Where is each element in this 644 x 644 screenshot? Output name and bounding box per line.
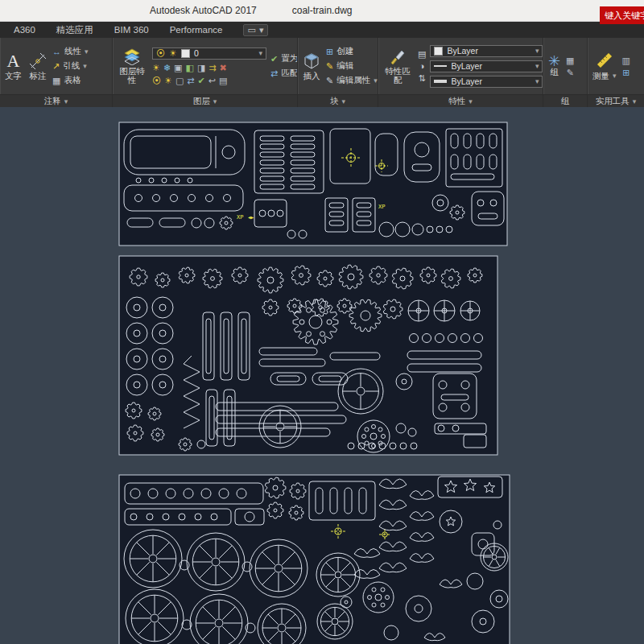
cad-drawing[interactable]: XP◀▶XP [0, 107, 644, 644]
layer-off-icon[interactable]: ☀ [152, 63, 160, 72]
tab-featured-apps[interactable]: 精选应用 [46, 22, 104, 38]
lineweight-dropdown[interactable]: ByLayer ▾ [430, 76, 543, 88]
layer-thaw-icon[interactable]: ☀ [164, 76, 172, 85]
layer-states-icon[interactable]: ▤ [219, 76, 227, 85]
layer-unlock-icon[interactable]: ▢ [175, 76, 184, 85]
layer-tools-row-2: ⦿☀▢⇄✔↩▤ [152, 76, 266, 85]
current-layer-name: 0 [194, 48, 199, 58]
layer-merge-icon[interactable]: ⇉ [208, 63, 216, 72]
panel-label-text: 块 [330, 96, 339, 107]
layer-delete-icon[interactable]: ✖ [220, 63, 227, 72]
edit-block-label: 编辑 [336, 60, 353, 72]
ribbon-display-toggle[interactable]: ▭ ▾ [243, 24, 269, 36]
list-props-icon[interactable]: ⇅ [419, 73, 426, 83]
caret-down-icon: ▾ [535, 61, 539, 71]
create-block-button[interactable]: ⊞ 创建 [326, 46, 378, 57]
tab-bim360[interactable]: BIM 360 [104, 22, 159, 38]
layer-unisolate-icon[interactable]: ◨ [197, 63, 205, 72]
match-properties-label: 特性匹配 [383, 67, 412, 85]
panel-label-layers[interactable]: 图层 ▾ [113, 94, 297, 107]
search-placeholder: 键入关键字或短语 [605, 10, 644, 22]
doc-name: coal-train.dwg [292, 5, 353, 16]
tab-a360[interactable]: A360 [3, 22, 46, 38]
layer-on-icon[interactable]: ⦿ [152, 76, 161, 85]
panel-label-utilities[interactable]: 实用工具 ▾ [588, 94, 644, 107]
panel-label-text: 实用工具 [596, 96, 630, 107]
edit-attributes-button[interactable]: ✎ 编辑属性 ▾ [326, 75, 378, 86]
layer-properties-button[interactable]: 图层特性 [116, 47, 148, 85]
layer-walk-icon[interactable]: ⇄ [187, 76, 194, 85]
edit-attributes-label: 编辑属性 [336, 75, 370, 86]
match-properties-button[interactable]: 特性匹配 [382, 47, 414, 85]
search-box[interactable]: 键入关键字或短语 [600, 6, 644, 24]
panel-label-group[interactable]: 组 [543, 94, 587, 107]
panel-label-text: 图层 [193, 96, 210, 107]
caret-down-icon: ▾ [83, 61, 87, 71]
group-button[interactable]: ✳ 组 [547, 56, 562, 77]
panel-layers: 图层特性 ⦿ ☀ 0 ▾ ☀❄▣◧◨⇉✖ ⦿☀▢⇄✔↩▤ ✔ 置为当前 [113, 38, 298, 107]
table-icon: ▦ [52, 76, 60, 85]
svg-text:XP: XP [237, 214, 243, 221]
match-layer-label: 匹配图层 [281, 68, 297, 79]
table-button[interactable]: ▦ 表格 [52, 75, 89, 86]
group-edit-icon[interactable]: ✎ [567, 68, 574, 77]
text-tool-button[interactable]: A 文字 [3, 52, 23, 81]
edit-block-icon: ✎ [326, 61, 333, 71]
edit-attributes-icon: ✎ [326, 76, 333, 85]
object-color-icon[interactable]: ▤ [418, 49, 426, 59]
panel-label-block[interactable]: 块 ▾ [298, 94, 378, 107]
edit-block-button[interactable]: ✎ 编辑 [326, 60, 378, 72]
table-label: 表格 [64, 75, 80, 86]
caret-down-icon: ▾ [535, 76, 539, 86]
caret-down-icon: ▾ [341, 97, 345, 106]
ruler-icon [596, 52, 613, 69]
panel-label-properties[interactable]: 特性 ▾ [378, 94, 543, 107]
layer-dropdown[interactable]: ⦿ ☀ 0 ▾ [152, 47, 266, 60]
insert-block-button[interactable]: 插入 [301, 52, 322, 81]
panel-utilities: 测量 ▾ ▥⊞ 实用工具 ▾ [588, 38, 644, 107]
set-current-layer-button[interactable]: ✔ 置为当前 [270, 53, 297, 64]
caret-down-icon: ▾ [535, 46, 539, 56]
quick-calc-icon[interactable]: ⊞ [622, 68, 630, 77]
layer-properties-label: 图层特性 [118, 67, 147, 85]
drawing-area[interactable]: XP◀▶XP [0, 107, 644, 644]
layer-match-icon[interactable]: ✔ [198, 76, 205, 85]
transparency-icon[interactable]: ◑ [419, 61, 425, 71]
ungroup-icon[interactable]: ▦ [566, 56, 574, 65]
layer-freeze-icon[interactable]: ❄ [163, 63, 171, 72]
svg-text:XP: XP [378, 204, 385, 210]
group-tools: ▦✎ [566, 56, 574, 77]
caret-down-icon: ▾ [469, 97, 473, 106]
match-icon: ⇄ [270, 68, 278, 78]
linetype-dropdown[interactable]: ByLayer ▾ [430, 60, 543, 72]
panel-label-text: 组 [561, 96, 570, 107]
panel-label-text: 注释 [44, 96, 61, 107]
layer-color-swatch [181, 49, 190, 58]
linear-icon: ↔ [52, 47, 61, 56]
sun-icon: ☀ [169, 48, 177, 58]
panel-label-text: 特性 [448, 96, 465, 107]
leader-button[interactable]: ↗ 引线 ▾ [52, 60, 89, 72]
measure-button[interactable]: 测量 ▾ [591, 51, 618, 81]
quick-select-icon[interactable]: ▥ [622, 56, 630, 65]
layer-lock-icon[interactable]: ▣ [174, 63, 182, 72]
layer-tools-row-1: ☀❄▣◧◨⇉✖ [152, 63, 266, 72]
caret-down-icon: ▾ [213, 97, 217, 106]
layer-isolate-icon[interactable]: ◧ [186, 63, 194, 72]
object-color-dropdown[interactable]: ByLayer ▾ [430, 45, 543, 57]
group-label: 组 [550, 68, 559, 76]
text-tool-label: 文字 [5, 72, 22, 80]
caret-down-icon: ▾ [613, 71, 617, 80]
caret-down-icon: ▾ [633, 97, 637, 106]
panel-label-annotation[interactable]: 注释 ▾ [0, 94, 112, 107]
dimension-tool-button[interactable]: 标注 [27, 52, 48, 81]
group-star-icon: ✳ [548, 56, 560, 66]
leader-icon: ↗ [52, 61, 60, 71]
tab-performance[interactable]: Performance [159, 22, 233, 38]
ribbon-tab-bar: A360 精选应用 BIM 360 Performance ▭ ▾ [0, 22, 644, 38]
layer-previous-icon[interactable]: ↩ [208, 76, 216, 85]
linear-dim-button[interactable]: ↔ 线性 ▾ [52, 46, 89, 57]
app-title: Autodesk AutoCAD 2017 [150, 5, 257, 16]
match-layer-button[interactable]: ⇄ 匹配图层 [270, 68, 297, 79]
create-block-label: 创建 [336, 46, 353, 57]
